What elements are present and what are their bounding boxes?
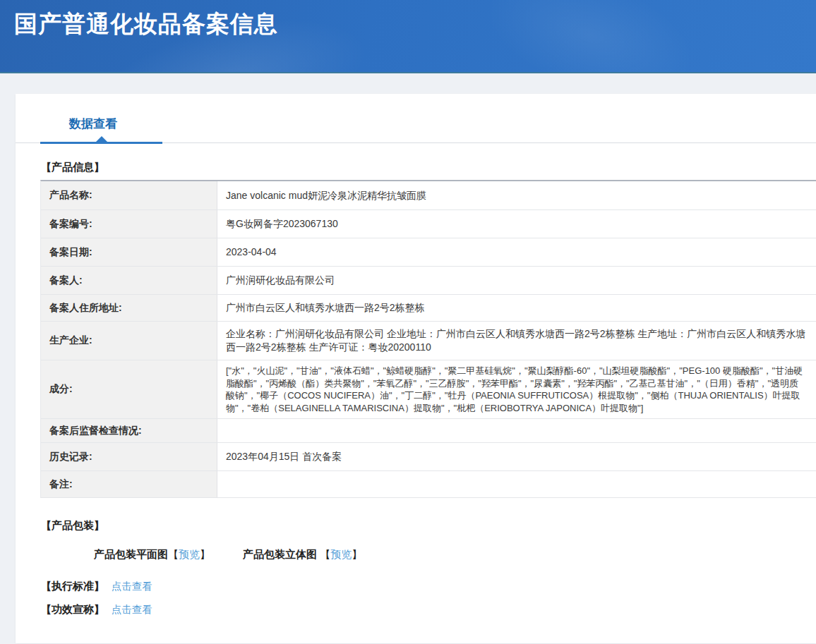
table-row: 备案人: 广州润研化妆品有限公司 [41,267,816,295]
bracket: 【 [168,548,179,560]
table-row: 备案编号: 粤G妆网备字2023067130 [41,210,816,238]
tab-bar: 数据查看 [16,94,816,143]
preview-3d-link[interactable]: 预览 [330,548,352,560]
exec-standard-row: 【执行标准】点击查看 [41,580,816,593]
row-label: 备案人: [41,267,217,294]
product-info-table: 产品名称: Jane volcanic mud妍泥冷泉冰泥精华抗皱面膜 备案编号… [40,180,816,498]
efficacy-claim-link[interactable]: 点击查看 [112,604,152,615]
row-value: 广州市白云区人和镇秀水塘西一路2号2栋整栋 [217,295,816,321]
row-label: 备案日期: [41,238,217,266]
bracket: 】 [200,548,210,560]
row-value: 企业名称：广州润研化妆品有限公司 企业地址：广州市白云区人和镇秀水塘西一路2号2… [217,322,816,360]
package-flat-label: 产品包装平面图 [94,548,168,560]
row-value: ["水"，"火山泥"，"甘油"，"液体石蜡"，"鲸蜡硬脂醇"，"聚二甲基硅氧烷"… [217,360,816,418]
row-label: 产品名称: [41,181,217,209]
row-value [217,419,816,442]
table-row: 历史记录: 2023年04月15日 首次备案 [41,443,816,471]
package-3d-item: 产品包装立体图 【预览】 [243,548,362,560]
section-product-package: 【产品包装】 [41,519,816,533]
package-3d-label: 产品包装立体图 [243,548,320,560]
row-value: Jane volcanic mud妍泥冷泉冰泥精华抗皱面膜 [217,181,816,209]
row-label: 生产企业: [41,322,217,360]
row-label: 备案后监督检查情况: [41,419,217,442]
table-row: 产品名称: Jane volcanic mud妍泥冷泉冰泥精华抗皱面膜 [41,181,816,210]
package-flat-item: 产品包装平面图【预览】 [94,548,210,560]
row-value [217,471,816,497]
bracket: 【 [320,548,330,560]
exec-standard-link[interactable]: 点击查看 [112,581,152,592]
page-header: 国产普通化妆品备案信息 [0,0,816,73]
efficacy-claim-row: 【功效宣称】点击查看 [41,603,816,616]
table-row-ingredients: 成分: ["水"，"火山泥"，"甘油"，"液体石蜡"，"鲸蜡硬脂醇"，"聚二甲基… [41,360,816,419]
exec-standard-label: 【执行标准】 [41,580,104,592]
row-label: 历史记录: [41,443,217,470]
row-value: 广州润研化妆品有限公司 [217,267,816,294]
table-row: 备案日期: 2023-04-04 [41,238,816,267]
tab-data-view[interactable]: 数据查看 [69,116,117,132]
bracket: 】 [352,548,362,560]
package-previews: 产品包装平面图【预览】产品包装立体图 【预览】 [94,548,816,561]
table-row: 备案后监督检查情况: [41,419,816,443]
preview-flat-link[interactable]: 预览 [179,548,200,560]
row-label: 备案编号: [41,210,217,238]
row-value: 2023年04月15日 首次备案 [217,443,816,470]
row-label: 备案人住所地址: [41,295,217,321]
section-product-info: 【产品信息】 [41,161,816,174]
row-label: 备注: [41,471,217,497]
table-row: 生产企业: 企业名称：广州润研化妆品有限公司 企业地址：广州市白云区人和镇秀水塘… [41,322,816,360]
efficacy-claim-label: 【功效宣称】 [41,603,104,615]
row-value: 粤G妆网备字2023067130 [217,210,816,238]
tab-active-indicator [40,142,162,144]
page-title: 国产普通化妆品备案信息 [0,0,816,40]
table-row: 备案人住所地址: 广州市白云区人和镇秀水塘西一路2号2栋整栋 [41,295,816,322]
row-label: 成分: [41,360,217,418]
row-value: 2023-04-04 [217,238,816,266]
content-card: 数据查看 【产品信息】 产品名称: Jane volcanic mud妍泥冷泉冰… [16,94,816,643]
table-row: 备注: [41,471,816,498]
